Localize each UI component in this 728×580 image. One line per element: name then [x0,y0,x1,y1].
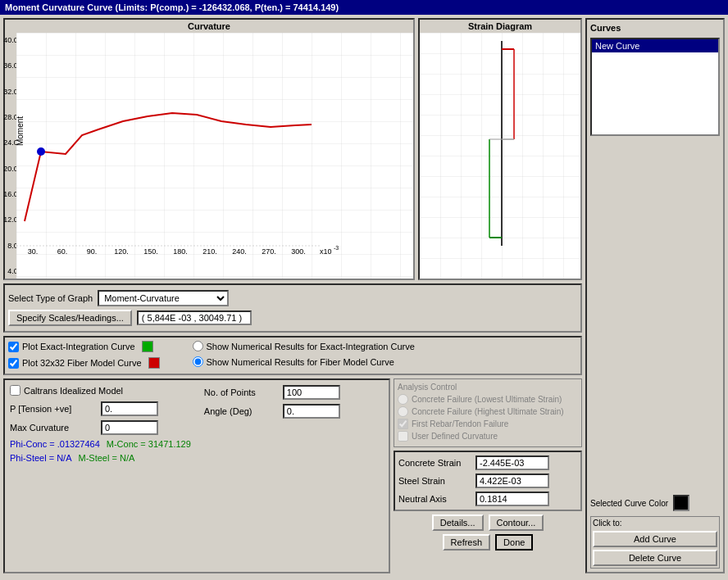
svg-text:300.: 300. [291,247,306,256]
svg-text:270.: 270. [262,247,276,256]
scale-display: ( 5,844E -03 , 30049.71 ) [137,310,252,325]
refresh-button[interactable]: Refresh [443,534,491,551]
add-curve-button[interactable]: Add Curve [593,531,717,547]
m-steel-value: M-Steel = N/A [79,453,135,463]
max-curvature-input[interactable] [101,420,158,435]
svg-text:180.: 180. [173,247,188,256]
no-points-label: No. of Points [204,387,278,397]
p-input[interactable] [101,401,158,416]
curvature-chart-title: Curvature [5,20,413,33]
concrete-fail-high-label: Concrete Failure (Highest Ultimate Strai… [412,407,564,416]
svg-text:30.: 30. [28,247,39,256]
neutral-axis-label: Neutral Axis [398,494,472,504]
phi-conc-value: Phi-Conc = .01327464 [10,439,100,449]
graph-type-select[interactable]: Moment-Curvature Moment-Strain Moment-De… [98,290,229,306]
selected-color-swatch [673,495,689,511]
concrete-fail-high-radio[interactable] [398,406,408,417]
angle-label: Angle (Deg) [204,406,278,416]
curves-panel-title: Curves [590,23,720,33]
steel-strain-label: Steel Strain [398,476,472,486]
delete-curve-button[interactable]: Delete Curve [593,550,717,566]
first-rebar-label: First Rebar/Tendon Failure [412,419,508,428]
concrete-fail-low-radio[interactable] [398,394,408,405]
svg-text:x10: x10 [320,247,332,256]
svg-text:Moment: Moment [16,116,25,146]
details-button[interactable]: Details... [432,514,484,531]
svg-text:90.: 90. [87,247,98,256]
show-exact-radio[interactable] [193,341,203,351]
strain-chart-title: Strain Diagram [420,20,580,33]
user-defined-label: User Defined Curvature [412,432,498,441]
analysis-group-label: Analysis Control [398,383,578,392]
user-defined-checkbox[interactable] [398,431,408,442]
show-exact-label: Show Numerical Results for Exact-Integra… [207,342,415,351]
svg-text:240.: 240. [232,247,247,256]
curvature-chart-svg: 30. 60. 90. 120. 150. 180. 210. 240. 270… [16,33,413,279]
svg-text:120.: 120. [114,247,129,256]
specify-scales-button[interactable]: Specify Scales/Headings... [8,310,132,326]
concrete-strain-label: Concrete Strain [398,458,472,468]
svg-text:60.: 60. [57,247,68,256]
svg-point-1 [37,147,45,156]
svg-rect-0 [16,33,413,279]
svg-rect-16 [420,33,580,279]
show-fiber-radio[interactable] [193,356,203,367]
first-rebar-checkbox[interactable] [398,419,408,429]
show-fiber-label: Show Numerical Results for Fiber Model C… [207,357,394,367]
click-to-label: Click to: Add Curve Delete Curve [590,516,720,569]
steel-strain-value: 4.422E-03 [475,474,549,488]
title-bar: Moment Curvature Curve (Limits: P(comp.)… [0,0,728,15]
concrete-strain-value: -2.445E-03 [475,455,549,470]
p-label: P [Tension +ve] [10,404,96,414]
fiber-curve-checkbox[interactable] [8,358,19,369]
svg-text:150.: 150. [143,247,158,256]
svg-text:210.: 210. [202,247,217,256]
caltrans-label: Caltrans Idealized Model [24,386,123,396]
fiber-color-box [148,357,160,369]
concrete-fail-low-label: Concrete Failure (Lowest Ultimate Strain… [412,395,562,404]
caltrans-checkbox[interactable] [10,385,20,396]
window-title: Moment Curvature Curve (Limits: P(comp.)… [5,2,339,12]
angle-input[interactable] [283,404,340,419]
strain-diagram-svg [420,33,580,279]
m-conc-value: M-Conc = 31471.129 [107,439,191,449]
curve-item-new[interactable]: New Curve [592,39,718,52]
exact-curve-checkbox[interactable] [8,342,19,352]
max-curvature-label: Max Curvature [10,423,96,433]
svg-text:-3: -3 [334,245,339,251]
graph-type-label: Select Type of Graph [8,293,93,303]
neutral-axis-value: 0.1814 [475,492,549,506]
exact-curve-label: Plot Exact-Integration Curve [22,342,135,351]
exact-color-box [142,341,153,352]
no-points-input[interactable] [283,385,340,400]
selected-color-label: Selected Curve Color [590,499,668,508]
fiber-curve-label: Plot 32x32 Fiber Model Curve [22,358,142,368]
phi-steel-value: Phi-Steel = N/A [10,453,72,463]
curves-list: New Curve [590,38,720,136]
done-button[interactable]: Done [495,534,533,551]
contour-button[interactable]: Contour... [489,514,544,531]
